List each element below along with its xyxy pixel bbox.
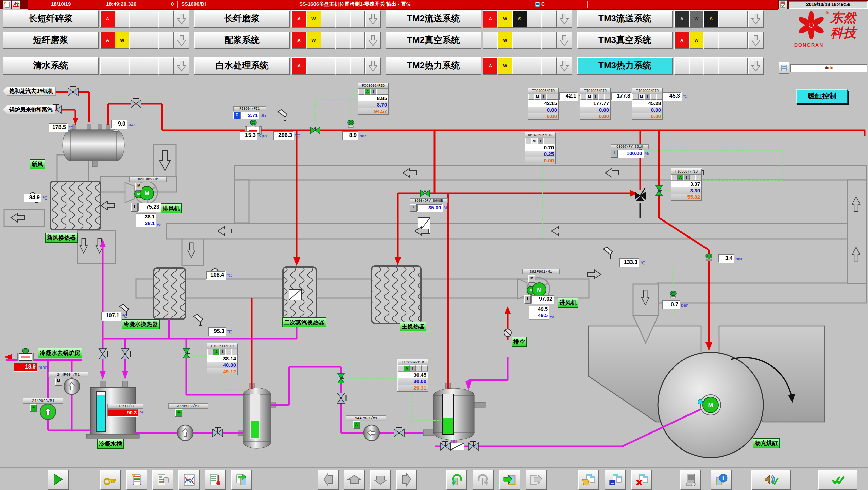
mode-badge[interactable]: A xyxy=(353,421,360,429)
op-value: 49.12 xyxy=(207,368,237,375)
faceplate-PIC3607/PID[interactable]: PIC3607/PID AI 3.37 3.30 55.82 xyxy=(671,168,702,201)
mode-badge[interactable]: M xyxy=(55,378,62,386)
mode-badge[interactable]: A xyxy=(175,409,182,417)
sp-value: 0.25 xyxy=(525,151,555,157)
toolbar-ack-sound-button[interactable] xyxy=(751,470,791,490)
toolbar-device-button[interactable] xyxy=(680,470,701,490)
mode-buttons[interactable]: MI xyxy=(528,94,558,100)
faceplate-TIC4006/PID[interactable]: TIC4006/PID MI 42.15 0.00 0.00 xyxy=(528,88,559,120)
svg-text:M: M xyxy=(537,287,541,293)
mode-buttons[interactable]: AI xyxy=(207,349,237,355)
toolbar-win-open-button[interactable] xyxy=(578,470,599,490)
control-valve[interactable] xyxy=(183,348,190,358)
toolbar-nav-up-button[interactable] xyxy=(344,470,365,490)
temperature-sensor-icon[interactable] xyxy=(603,247,612,259)
sp-value: 40.00 xyxy=(207,362,237,368)
pump-344P001/M1[interactable] xyxy=(364,425,379,441)
readout: 9.0 bar xyxy=(111,120,135,129)
condensate-pipe xyxy=(103,357,125,371)
eventlog-icon xyxy=(129,473,144,487)
fan-speed[interactable]: I 97.02 xyxy=(524,295,554,304)
manual-valve[interactable] xyxy=(99,349,108,359)
op-value: 0.00 xyxy=(528,113,558,119)
pressure-sensor-icon[interactable] xyxy=(250,120,256,127)
toolbar-report-button[interactable] xyxy=(152,470,173,490)
mode-badge[interactable]: M xyxy=(528,275,535,283)
toolbar-redo-button[interactable] xyxy=(473,470,494,490)
mode-buttons[interactable]: AI xyxy=(671,175,701,181)
svg-text:M: M xyxy=(708,402,713,409)
toolbar-info-button[interactable]: i xyxy=(711,470,732,490)
control-valve[interactable] xyxy=(310,127,320,134)
faceplate-LIC2611/PID[interactable]: LIC2611/PID AI 38.14 40.00 49.12 xyxy=(207,343,238,375)
manual-valve[interactable] xyxy=(131,99,141,108)
toolbar-trend-button[interactable] xyxy=(178,470,200,490)
toolbar-nav-down-button[interactable] xyxy=(370,470,391,490)
control-valve[interactable] xyxy=(420,190,430,197)
mode-buttons[interactable]: MI xyxy=(525,138,555,144)
equipment-label: 排空 xyxy=(512,337,527,347)
instrument-C3607/PY-3610[interactable]: C3607/PY-3610 I100.00 % xyxy=(611,144,649,158)
fan-speed[interactable]: I 75.23 xyxy=(131,203,161,212)
control-valve[interactable] xyxy=(656,186,662,195)
readout: 0.7 bar xyxy=(662,300,688,309)
toolbar-ack-all-button[interactable] xyxy=(818,470,857,490)
nav-down-icon xyxy=(373,473,388,487)
pump-344P002/M1[interactable] xyxy=(177,425,193,441)
mode-buttons[interactable]: MI xyxy=(632,94,662,100)
nav-right-icon xyxy=(399,473,414,487)
toolbar-key-button[interactable] xyxy=(100,470,121,490)
instrument-LT2614/LT[interactable]: LT2614/LT 90.3 % xyxy=(107,404,143,417)
toolbar-nav-left-button[interactable] xyxy=(318,470,339,490)
warm-cylinder-control-button[interactable]: 暖缸控制 xyxy=(796,89,848,103)
mode-buttons[interactable]: AI xyxy=(358,89,388,95)
manual-valve[interactable] xyxy=(68,87,78,96)
equipment-label: 主换热器 xyxy=(400,322,426,331)
toolbar-eventlog-button[interactable] xyxy=(126,470,147,490)
faceplate-PIC3606/PID[interactable]: PIC3606/PID AI 8.85 8.70 94.57 xyxy=(358,83,389,115)
info-icon: i xyxy=(714,473,729,487)
manual-valve[interactable] xyxy=(394,428,404,437)
mode-buttons[interactable]: AI xyxy=(398,365,428,372)
manual-valve[interactable] xyxy=(121,349,130,359)
pv-value: 38.14 xyxy=(207,355,237,362)
toolbar-page-in-button[interactable] xyxy=(499,470,520,490)
trend-icon xyxy=(182,473,197,487)
faceplate-TIC4008/PID[interactable]: TIC4008/PID MI 45.28 0.00 0.00 xyxy=(632,88,663,120)
control-valve[interactable] xyxy=(338,374,344,383)
toolbar-win-save-button[interactable] xyxy=(605,470,626,490)
toolbar-templog-button[interactable] xyxy=(205,470,226,490)
manual-valve[interactable] xyxy=(337,393,346,403)
flow-meter-icon[interactable] xyxy=(17,353,34,361)
toolbar-page-out-button[interactable] xyxy=(526,470,547,490)
manual-valve[interactable] xyxy=(212,428,223,437)
manual-valve[interactable] xyxy=(468,441,478,450)
pump-244P003/M1[interactable] xyxy=(40,404,56,420)
pump-244P004/M1[interactable] xyxy=(64,379,80,394)
three-way-valve[interactable] xyxy=(635,188,646,201)
equipment-label: 排风机 xyxy=(161,203,182,213)
toolbar-win-del-button[interactable] xyxy=(631,470,652,490)
mode-badge[interactable]: A xyxy=(30,404,37,412)
toolbar-undo-button[interactable] xyxy=(446,470,467,490)
pv-value: 42.15 xyxy=(528,100,558,107)
instrument-3608/DPV-3608B[interactable]: 3608/DPV-3608B I35.00 % xyxy=(410,198,448,212)
op-value: 29.31 xyxy=(398,385,428,391)
mode-buttons[interactable]: MI xyxy=(580,94,610,100)
pressure-sensor-icon[interactable] xyxy=(670,291,676,298)
mode-badge[interactable]: M xyxy=(135,183,142,191)
toolbar-run-button[interactable] xyxy=(48,470,69,490)
temperature-sensor-icon[interactable] xyxy=(194,314,203,326)
faceplate-LIC2609/PID[interactable]: LIC2609/PID AI 30.45 30.00 29.31 xyxy=(397,359,428,392)
temperature-sensor-icon[interactable] xyxy=(278,110,287,121)
manual-valve[interactable] xyxy=(440,441,450,450)
pressure-sensor-icon[interactable] xyxy=(706,254,712,261)
readout: 8.9 bar xyxy=(342,131,366,140)
toolbar-nav-right-button[interactable] xyxy=(396,470,417,490)
faceplate-TIC4007/PID[interactable]: TIC4007/PID MI 177.77 0.00 0.00 xyxy=(580,88,611,120)
faceplate-DPIC3605/PID[interactable]: DPIC3605/PID MI 0.70 0.25 0.00 xyxy=(525,132,556,164)
pressure-sensor-icon[interactable] xyxy=(348,120,354,127)
instrument-FI3604/FI1[interactable]: FI3604/FI1 E2.71 t/h xyxy=(233,106,266,119)
toolbar-pageswap-button[interactable] xyxy=(231,470,252,490)
condensate-pipe xyxy=(469,357,508,388)
